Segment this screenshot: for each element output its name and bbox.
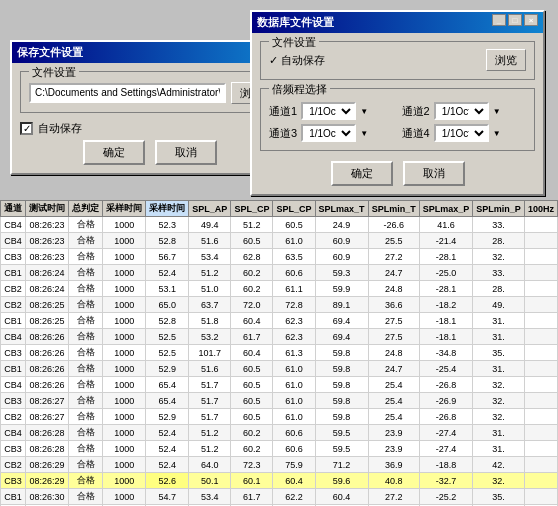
table-cell: 72.8 <box>273 297 315 313</box>
table-cell: 1000 <box>103 265 146 281</box>
table-cell: 08:26:27 <box>26 393 69 409</box>
table-cell: 51.2 <box>189 441 231 457</box>
table-cell: 08:26:25 <box>26 313 69 329</box>
table-cell: CB1 <box>1 265 26 281</box>
table-cell: 36.6 <box>368 297 419 313</box>
channel3-row: 通道3 1/1Oct ▼ <box>269 124 394 142</box>
table-cell: 24.8 <box>368 345 419 361</box>
table-cell: -25.4 <box>419 361 473 377</box>
table-cell <box>524 361 557 377</box>
table-cell: 60.6 <box>273 425 315 441</box>
table-cell: -25.0 <box>419 265 473 281</box>
table-cell: 合格 <box>69 281 103 297</box>
table-cell: 36.9 <box>368 457 419 473</box>
table-cell: -18.8 <box>419 457 473 473</box>
save-cancel-button[interactable]: 取消 <box>155 140 217 165</box>
table-cell: -28.1 <box>419 281 473 297</box>
db-close-btn[interactable]: × <box>524 14 538 26</box>
table-cell: 63.7 <box>189 297 231 313</box>
table-cell: -26.8 <box>419 409 473 425</box>
table-cell: 59.5 <box>315 441 368 457</box>
table-cell: 23.9 <box>368 425 419 441</box>
file-path-input[interactable] <box>29 83 226 103</box>
measurement-table: 通道 测试时间 总判定 采样时间 采样时间 SPL_AP SPL_CP SPL_… <box>0 200 558 506</box>
table-cell <box>524 297 557 313</box>
table-cell: 08:26:26 <box>26 329 69 345</box>
channel3-select[interactable]: 1/1Oct <box>301 124 356 142</box>
col-sample: 采样时间 <box>103 201 146 217</box>
channel2-select[interactable]: 1/1Oct <box>434 102 489 120</box>
table-cell: 合格 <box>69 441 103 457</box>
table-cell: 40.8 <box>368 473 419 489</box>
table-cell: 53.2 <box>189 329 231 345</box>
table-cell: 08:26:28 <box>26 425 69 441</box>
auto-save-checkbox[interactable]: ✓ <box>20 122 33 135</box>
col-channel: 通道 <box>1 201 26 217</box>
table-cell: -27.4 <box>419 441 473 457</box>
db-maximize-btn[interactable]: □ <box>508 14 522 26</box>
table-cell: 35. <box>473 489 525 505</box>
table-cell: 64.0 <box>189 457 231 473</box>
channel4-arrow[interactable]: ▼ <box>493 129 501 138</box>
table-cell: 53.4 <box>189 489 231 505</box>
table-cell: 71.2 <box>315 457 368 473</box>
table-cell: 31. <box>473 441 525 457</box>
channel3-arrow[interactable]: ▼ <box>360 129 368 138</box>
auto-save-label: 自动保存 <box>38 121 82 136</box>
file-path-row: 浏览 <box>29 82 271 104</box>
channel2-arrow[interactable]: ▼ <box>493 107 501 116</box>
db-confirm-button[interactable]: 确定 <box>331 161 393 186</box>
table-cell: 61.7 <box>231 489 273 505</box>
db-cancel-button[interactable]: 取消 <box>403 161 465 186</box>
table-cell: 24.7 <box>368 361 419 377</box>
col-spl-cp2: SPL_CP <box>231 201 273 217</box>
channel4-select[interactable]: 1/1Oct <box>434 124 489 142</box>
table-cell: 合格 <box>69 313 103 329</box>
table-cell <box>524 457 557 473</box>
table-cell: 1000 <box>103 489 146 505</box>
table-cell: 60.5 <box>231 409 273 425</box>
table-cell: 合格 <box>69 233 103 249</box>
table-cell <box>524 473 557 489</box>
save-confirm-button[interactable]: 确定 <box>83 140 145 165</box>
table-cell: 1000 <box>103 249 146 265</box>
channel1-row: 通道1 1/1Oct ▼ <box>269 102 394 120</box>
table-cell: 合格 <box>69 393 103 409</box>
save-dialog-title: 保存文件设置 <box>17 45 83 60</box>
table-cell: 53.4 <box>189 249 231 265</box>
table-cell: 51.7 <box>189 377 231 393</box>
db-browse-button[interactable]: 浏览 <box>486 49 526 71</box>
table-cell <box>524 329 557 345</box>
db-file-dialog: 数据库文件设置 _ □ × 文件设置 ✓ 自动保存 浏览 倍频程选择 通道1 1… <box>250 10 545 196</box>
table-cell <box>524 425 557 441</box>
table-cell: 08:26:26 <box>26 345 69 361</box>
table-cell: 62.8 <box>231 249 273 265</box>
table-cell: 1000 <box>103 457 146 473</box>
table-cell: 50.1 <box>189 473 231 489</box>
table-cell: 60.6 <box>273 441 315 457</box>
table-cell: 33. <box>473 265 525 281</box>
db-minimize-btn[interactable]: _ <box>492 14 506 26</box>
table-cell: 合格 <box>69 265 103 281</box>
table-cell: CB3 <box>1 345 26 361</box>
table-cell: 31. <box>473 329 525 345</box>
table-cell: 1000 <box>103 329 146 345</box>
table-cell: CB4 <box>1 233 26 249</box>
table-cell: 65.4 <box>146 393 189 409</box>
table-cell: CB4 <box>1 329 26 345</box>
table-cell: CB4 <box>1 425 26 441</box>
table-cell: 51.8 <box>189 313 231 329</box>
table-cell: 合格 <box>69 345 103 361</box>
table-cell: 33. <box>473 217 525 233</box>
table-cell: -32.7 <box>419 473 473 489</box>
table-cell: 08:26:24 <box>26 265 69 281</box>
db-dialog-body: 文件设置 ✓ 自动保存 浏览 倍频程选择 通道1 1/1Oct ▼ 通道2 <box>252 33 543 194</box>
table-cell: 合格 <box>69 377 103 393</box>
table-cell: 1000 <box>103 441 146 457</box>
table-cell: 59.8 <box>315 409 368 425</box>
table-cell: 89.1 <box>315 297 368 313</box>
channel1-arrow[interactable]: ▼ <box>360 107 368 116</box>
channel1-select[interactable]: 1/1Oct <box>301 102 356 120</box>
table-cell: 69.4 <box>315 329 368 345</box>
table-cell: 60.5 <box>231 377 273 393</box>
